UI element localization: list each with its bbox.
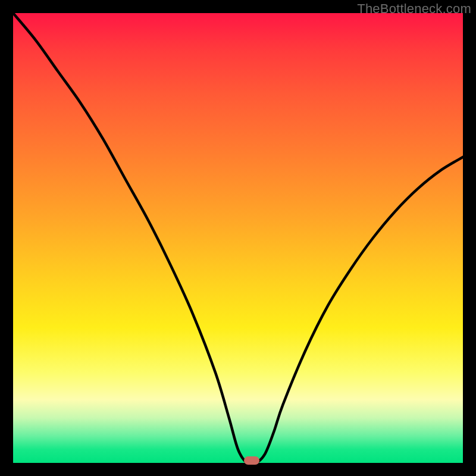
- chart-frame: TheBottleneck.com: [0, 0, 476, 476]
- bottleneck-curve: [13, 13, 463, 463]
- plot-area: [13, 13, 463, 463]
- watermark-text: TheBottleneck.com: [357, 1, 471, 17]
- minimum-marker: [244, 456, 259, 465]
